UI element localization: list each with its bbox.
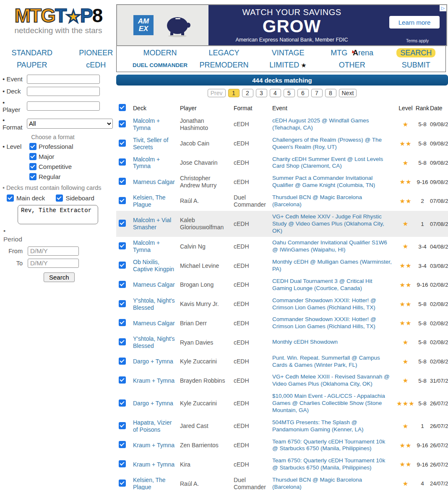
event-link[interactable]: Charity cEDH Summer Event @ Lost Levels … <box>272 156 396 170</box>
deck-link[interactable]: Dargo + Tymna <box>133 400 180 407</box>
row-checkbox[interactable] <box>119 338 126 345</box>
row-checkbox[interactable] <box>119 220 126 227</box>
select-all-checkbox[interactable] <box>119 104 126 111</box>
deck-link[interactable]: Hapatra, Vizier of Poisons <box>133 419 180 433</box>
event-link[interactable]: $10,000 Main Event - AGL/CCS - Appalachi… <box>272 393 396 414</box>
player-input[interactable] <box>27 101 100 111</box>
event-link[interactable]: VG+ Cedh Melee XXIII - Revised Savannah … <box>272 373 396 388</box>
level-checkbox-regular[interactable] <box>29 173 36 180</box>
row-checkbox[interactable] <box>119 140 126 147</box>
row-checkbox[interactable] <box>119 158 126 166</box>
event-link[interactable]: Thursduel BCN @ Magic Barcelona (Barcelo… <box>272 477 396 490</box>
page-number-3[interactable]: 3 <box>256 89 267 97</box>
page-prev-button[interactable]: Prev <box>208 89 226 97</box>
event-link[interactable]: Team 6750: Quarterly cEDH Tournament 10k… <box>272 438 396 453</box>
deck-link[interactable]: Kraum + Tymna <box>133 377 180 384</box>
event-link[interactable]: 504MTG Presents: The Splash @ Pandamoniu… <box>272 419 396 433</box>
sideboard-checkbox[interactable] <box>56 194 63 202</box>
deck-link[interactable]: Dargo + Tymna <box>133 358 180 365</box>
nav-pauper[interactable]: PAUPER <box>17 61 47 70</box>
row-checkbox[interactable] <box>119 480 126 487</box>
event-link[interactable]: cEDH August 2025 @ Windfall Games (Tehac… <box>272 117 396 132</box>
row-checkbox[interactable] <box>119 120 126 127</box>
nav-vintage[interactable]: VINTAGE <box>272 49 305 57</box>
nav-mtg-arena[interactable]: MTG ▲Arena <box>331 49 373 57</box>
row-checkbox[interactable] <box>119 319 126 326</box>
nav-search[interactable]: SEARCH <box>396 49 435 57</box>
cards-textarea[interactable]: Rev, Tithe Extractor <box>18 205 98 224</box>
deck-link[interactable]: Marneus Calgar <box>133 320 180 327</box>
deck-link[interactable]: Marneus Calgar <box>133 179 180 186</box>
deck-link[interactable]: Kraum + Tymna <box>133 461 180 468</box>
event-link[interactable]: Summer Pact a Commander Invitational Qua… <box>272 175 396 189</box>
page-number-5[interactable]: 5 <box>284 89 295 97</box>
level-checkbox-major[interactable] <box>29 153 36 160</box>
page-number-1[interactable]: 1 <box>228 89 240 97</box>
page-number-6[interactable]: 6 <box>297 89 309 97</box>
deck-link[interactable]: Marneus Calgar <box>133 281 180 288</box>
deck-link[interactable]: Malcolm + Tymna <box>133 117 180 132</box>
nav-premodern[interactable]: PREMODERN <box>199 61 248 70</box>
level-checkbox-competitive[interactable] <box>29 163 36 170</box>
page-number-8[interactable]: 8 <box>325 89 336 97</box>
nav-standard[interactable]: STANDARD <box>11 49 52 57</box>
format-select[interactable]: All <box>27 119 113 129</box>
deck-link[interactable]: Tivit, Seller of Secrets <box>133 137 180 151</box>
page-next-button[interactable]: Next <box>339 89 357 97</box>
nav-cedh[interactable]: cEDH <box>86 61 106 70</box>
page-number-7[interactable]: 7 <box>311 89 323 97</box>
row-checkbox[interactable] <box>119 399 126 407</box>
row-checkbox[interactable] <box>119 197 126 204</box>
deck-link[interactable]: Kraum + Tymna <box>133 442 180 449</box>
event-link[interactable]: VG+ Cedh Melee XXIV - Judge Foil Rhystic… <box>272 213 396 235</box>
deck-link[interactable]: Y'shtola, Night's Blessed <box>133 297 180 311</box>
event-link[interactable]: Commander Showdown XXXII: Hotter! @ Crim… <box>272 297 396 311</box>
row-checkbox[interactable] <box>119 300 126 307</box>
nav-submit[interactable]: SUBMIT <box>402 61 430 70</box>
page-number-4[interactable]: 4 <box>270 89 281 97</box>
nav-other[interactable]: OTHER <box>339 61 365 70</box>
site-logo[interactable]: MTGT★P8 netdecking with the stars <box>0 6 117 35</box>
event-link[interactable]: Team 6750: Quarterly cEDH Tournament 10k… <box>272 457 396 472</box>
from-date-input[interactable] <box>28 246 79 256</box>
row-checkbox[interactable] <box>119 441 126 448</box>
event-link[interactable]: CEDH Dual Tournament 3 @ Critical Hit Ga… <box>272 278 396 292</box>
page-number-2[interactable]: 2 <box>242 89 253 97</box>
nav-limited[interactable]: LIMITED★ <box>269 61 306 70</box>
deck-link[interactable]: Kelsien, The Plague <box>133 477 180 490</box>
nav-duel-commander[interactable]: DUEL COMMANDER <box>133 62 188 68</box>
nav-modern[interactable]: MODERN <box>143 49 177 57</box>
event-link[interactable]: Monthly cEDH Showdown <box>272 339 396 346</box>
event-link[interactable]: Oahu Commander Invitational Qualifier S1… <box>272 239 396 254</box>
row-checkbox[interactable] <box>119 178 126 185</box>
adchoices-icon[interactable]: ▷ <box>440 5 446 11</box>
deck-link[interactable]: Malcolm + Vial Smasher <box>133 217 180 231</box>
level-checkbox-professional[interactable] <box>29 143 36 150</box>
event-link[interactable]: Monthly cEDH @ Mulligan Games (Warminste… <box>272 259 396 273</box>
deck-link[interactable]: Ob Nixilis, Captive Kingpin <box>133 259 180 273</box>
event-link[interactable]: Commander Showdown XXXII: Hotter! @ Crim… <box>272 316 396 330</box>
deck-link[interactable]: Kelsien, The Plague <box>133 194 180 208</box>
event-link[interactable]: Punt. Win. Repeat. Summerfall @ Campus C… <box>272 355 396 369</box>
nav-legacy[interactable]: LEGACY <box>208 49 239 57</box>
nav-pioneer[interactable]: PIONEER <box>79 49 113 57</box>
main-deck-checkbox[interactable] <box>7 194 14 202</box>
event-link[interactable]: Thursduel BCN @ Magic Barcelona (Barcelo… <box>272 194 396 208</box>
to-date-input[interactable] <box>28 259 79 268</box>
deck-input[interactable] <box>27 87 100 96</box>
ad-learn-more-button[interactable]: Learn more <box>389 16 440 29</box>
event-input[interactable] <box>27 75 100 84</box>
ad-banner[interactable]: AM EX WATCH YOUR SAVINGS GROW American E… <box>116 4 447 46</box>
event-link[interactable]: Challengers of the Realm (Prowess) @ The… <box>272 137 396 151</box>
row-checkbox[interactable] <box>119 460 126 467</box>
row-checkbox[interactable] <box>119 422 126 429</box>
row-checkbox[interactable] <box>119 358 126 365</box>
deck-link[interactable]: Malcolm + Tymna <box>133 239 180 254</box>
search-button[interactable]: Search <box>44 272 75 282</box>
row-checkbox[interactable] <box>119 242 126 249</box>
row-checkbox[interactable] <box>119 281 126 288</box>
deck-link[interactable]: Y'shtola, Night's Blessed <box>133 335 180 350</box>
deck-link[interactable]: Malcolm + Tymna <box>133 156 180 170</box>
row-checkbox[interactable] <box>119 376 126 384</box>
row-checkbox[interactable] <box>119 262 126 269</box>
